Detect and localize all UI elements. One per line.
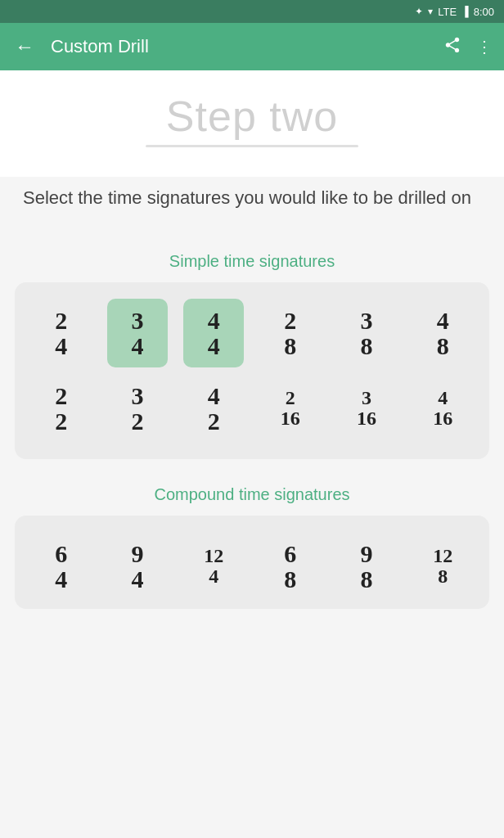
sig-numerator: 4: [437, 308, 449, 334]
sig-numerator: 3: [131, 308, 143, 334]
sig-denominator: 8: [360, 333, 372, 359]
more-options-button[interactable]: ⋮: [476, 37, 493, 56]
time-signature-item[interactable]: 4 16: [412, 374, 473, 443]
bluetooth-icon: ✦: [415, 6, 423, 17]
status-bar: ✦ ▾ LTE ▐ 8:00: [0, 0, 504, 23]
sig-numerator: 9: [360, 541, 372, 567]
sig-numerator: 4: [208, 383, 220, 409]
time-signature-item[interactable]: 2 8: [260, 299, 321, 367]
sig-denominator: 4: [131, 333, 143, 359]
sig-denominator: 16: [281, 408, 300, 429]
simple-section-label: Simple time signatures: [0, 234, 504, 282]
time-signature-item[interactable]: 12 8: [412, 532, 473, 601]
time-signature-item[interactable]: 6 8: [260, 532, 321, 601]
sig-numerator: 6: [284, 541, 296, 567]
simple-row-1: 2 4 3 4 4 4 2 8 3 8 4 8: [23, 295, 481, 371]
toolbar: ← Custom Drill ⋮: [0, 23, 504, 70]
sig-denominator: 2: [55, 408, 67, 435]
sig-numerator: 9: [131, 541, 143, 567]
sig-numerator: 3: [360, 308, 372, 334]
time-signature-item[interactable]: 2 2: [31, 374, 92, 443]
sig-numerator: 2: [55, 383, 67, 409]
sig-denominator: 4: [55, 566, 67, 592]
sig-denominator: 16: [433, 408, 452, 429]
sig-denominator: 8: [360, 566, 372, 592]
step-heading: Step two: [25, 93, 479, 140]
battery-icon: ▐: [461, 6, 469, 17]
compound-section-label: Compound time signatures: [0, 467, 504, 516]
time-signature-item[interactable]: 3 4: [107, 299, 168, 367]
time-signature-item[interactable]: 4 2: [183, 374, 244, 443]
sig-numerator: 12: [204, 546, 223, 566]
time-signature-item[interactable]: 4 8: [412, 299, 473, 367]
time-signature-item[interactable]: 6 4: [31, 532, 92, 601]
time-signature-item[interactable]: 3 2: [107, 374, 168, 443]
step-underline: [146, 145, 358, 147]
main-content: Step two Select the time signatures you …: [0, 70, 504, 838]
compound-time-signatures-card: 6 4 9 4 12 4 6 8 9 8 12 8: [15, 516, 489, 609]
sig-numerator: 2: [286, 388, 295, 408]
time-signature-item[interactable]: 9 8: [336, 532, 397, 601]
time-signature-item[interactable]: 4 4: [183, 299, 244, 367]
time-signature-item[interactable]: 2 4: [31, 299, 92, 367]
sig-denominator: 8: [437, 333, 449, 359]
sig-denominator: 4: [208, 333, 220, 359]
wifi-icon: ▾: [428, 6, 433, 17]
sig-denominator: 8: [284, 333, 296, 359]
step-heading-section: Step two: [0, 70, 504, 177]
sig-numerator: 12: [433, 546, 452, 566]
sig-denominator: 8: [284, 566, 296, 592]
sig-denominator: 8: [438, 566, 448, 587]
simple-row-2: 2 2 3 2 4 2 2 16 3 16 4 16: [23, 371, 481, 446]
sig-numerator: 3: [362, 388, 371, 408]
sig-numerator: 4: [208, 308, 220, 334]
sig-numerator: 3: [131, 383, 143, 409]
simple-time-signatures-card: 2 4 3 4 4 4 2 8 3 8 4 8 2 2 3: [15, 282, 489, 459]
time-signature-item[interactable]: 3 16: [336, 374, 397, 443]
lte-label: LTE: [438, 6, 457, 18]
sig-numerator: 6: [55, 541, 67, 567]
sig-denominator: 16: [357, 408, 376, 429]
sig-numerator: 2: [55, 308, 67, 334]
sig-numerator: 2: [284, 308, 296, 334]
compound-row-1: 6 4 9 4 12 4 6 8 9 8 12 8: [23, 529, 481, 604]
back-button[interactable]: ←: [11, 35, 38, 58]
toolbar-actions: ⋮: [443, 36, 493, 58]
sig-denominator: 4: [209, 566, 218, 587]
sig-denominator: 2: [208, 408, 220, 435]
time-signature-item[interactable]: 9 4: [107, 532, 168, 601]
sig-denominator: 4: [55, 333, 67, 359]
sig-numerator: 4: [438, 388, 448, 408]
share-button[interactable]: [443, 36, 461, 58]
sig-denominator: 2: [131, 408, 143, 435]
sig-denominator: 4: [131, 566, 143, 592]
time-signature-item[interactable]: 3 8: [336, 299, 397, 367]
toolbar-title: Custom Drill: [51, 36, 430, 57]
time-label: 8:00: [474, 6, 494, 18]
step-description: Select the time signatures you would lik…: [0, 177, 504, 234]
time-signature-item[interactable]: 2 16: [260, 374, 321, 443]
time-signature-item[interactable]: 12 4: [183, 532, 244, 601]
